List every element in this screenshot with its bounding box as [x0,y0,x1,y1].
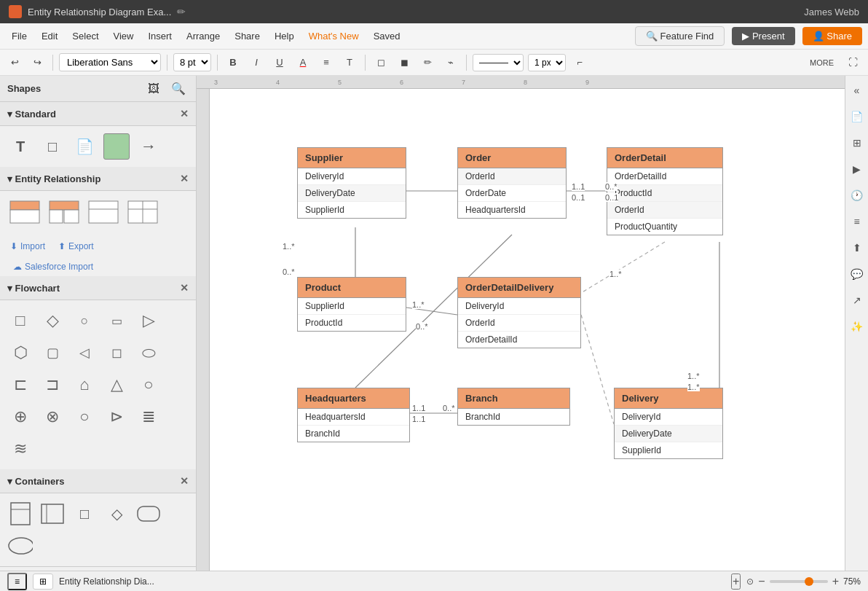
font-size-select[interactable]: 8 pt [173,53,211,71]
flowchart-close-icon[interactable]: ✕ [180,282,189,294]
fc-cross[interactable]: ⊗ [39,404,66,430]
menu-arrange[interactable]: Arrange [181,28,226,44]
search-shapes-button[interactable]: 🔍 [168,80,189,97]
zoom-out-button[interactable]: − [758,575,765,588]
fc-ellipse[interactable]: ⬭ [135,340,162,366]
text-shape[interactable]: T [7,133,33,160]
fill-style-button[interactable]: ◻ [371,53,390,72]
underline-button[interactable]: U [270,53,289,72]
diagram-canvas[interactable]: Supplier DeliveryId DeliveryDate Supplie… [210,89,845,571]
right-time-icon[interactable]: 🕐 [848,187,866,204]
er-shape-4[interactable] [125,198,160,228]
undo-button[interactable]: ↩ [6,54,24,71]
redo-button[interactable]: ↪ [28,54,47,71]
menu-view[interactable]: View [108,28,140,44]
fc-bracket-l[interactable]: ⊏ [7,372,33,398]
more-button[interactable]: MORE [805,55,839,70]
zoom-slider[interactable] [770,580,828,583]
italic-button[interactable]: I [247,53,266,72]
fc-circle[interactable]: ○ [71,308,98,334]
containers-close-icon[interactable]: ✕ [180,475,189,487]
fc-rect[interactable]: □ [7,308,33,334]
fullscreen-button[interactable]: ⛶ [843,53,862,72]
line-px-select[interactable]: 1 px [528,54,566,71]
canvas-area[interactable]: 3 4 5 6 7 8 9 [197,76,845,571]
align-button[interactable]: ≡ [317,53,336,72]
standard-close-icon[interactable]: ✕ [180,108,189,120]
colored-rect-shape[interactable] [103,133,130,160]
fit-icon[interactable]: ⊙ [746,576,754,587]
flowchart-section-header[interactable]: ▾ Flowchart ✕ [0,276,196,300]
fc-rect2[interactable]: ▭ [103,308,130,334]
entity-orderdetaildelivery[interactable]: OrderDetailDelivery DeliveryId OrderId O… [457,277,581,348]
menu-share[interactable]: Share [229,28,266,44]
containers-section-header[interactable]: ▾ Containers ✕ [0,469,196,493]
fc-play[interactable]: ⊳ [103,404,130,430]
grid-view-tab[interactable]: ⊞ [33,574,53,590]
add-diagram-tab-button[interactable]: + [731,574,741,590]
fc-triangle[interactable]: △ [103,372,130,398]
feature-find-btn[interactable]: 🔍 Feature Find [635,26,725,46]
fc-list[interactable]: ≣ [135,404,162,430]
right-present-icon[interactable]: ▶ [848,160,866,178]
fill-color-button[interactable]: ◼ [395,53,414,72]
fc-hex[interactable]: ⬡ [7,340,33,366]
er-shape-3[interactable] [86,198,121,228]
right-magic-icon[interactable]: ✨ [848,318,866,335]
cont-horiz[interactable] [39,501,66,527]
conn-style-button[interactable]: ⌁ [441,53,460,72]
entity-delivery[interactable]: Delivery DeliveryId DeliveryDate Supplie… [614,388,723,459]
zoom-in-button[interactable]: + [832,575,839,588]
waypoint-button[interactable]: ⌐ [570,53,589,72]
fc-oval[interactable]: ○ [71,404,98,430]
right-upload-icon[interactable]: ⬆ [848,239,866,257]
cont-rounded[interactable] [135,501,162,527]
cont-vert[interactable] [7,501,33,527]
right-table-icon[interactable]: ⊞ [848,134,866,152]
import-button[interactable]: ⬇ Import [7,240,48,253]
bold-button[interactable]: B [224,53,242,72]
share-button[interactable]: 👤 Share [802,27,862,45]
menu-whats-new[interactable]: What's New [303,28,365,44]
right-chat-icon[interactable]: 💬 [848,265,866,283]
edit-title-icon[interactable]: ✏ [177,6,186,17]
menu-file[interactable]: File [6,28,33,44]
fc-diamond[interactable]: ◇ [39,308,66,334]
entity-branch[interactable]: Branch BranchId [457,388,570,426]
right-format-icon[interactable]: 📄 [848,108,866,125]
menu-edit[interactable]: Edit [36,28,63,44]
er-shape-2[interactable] [47,198,82,228]
cont-ellipse[interactable] [7,533,33,559]
fc-arrow[interactable]: ▷ [135,308,162,334]
fc-house[interactable]: ⌂ [71,372,98,398]
fc-box[interactable]: ◻ [103,340,130,366]
rect-shape[interactable]: □ [39,133,66,160]
fc-rounded[interactable]: ▢ [39,340,66,366]
font-family-select[interactable]: Liberation Sans [59,53,161,71]
text-style-button[interactable]: T [340,53,359,72]
line-color-button[interactable]: ✏ [418,53,437,72]
fc-circle2[interactable]: ○ [135,372,162,398]
export-button[interactable]: ⬆ Export [55,240,97,253]
right-layers-icon[interactable]: ≡ [848,213,866,230]
fc-plus[interactable]: ⊕ [7,404,33,430]
arrow-shape[interactable]: → [135,133,162,160]
menu-help[interactable]: Help [269,28,300,44]
entity-orderdetail[interactable]: OrderDetail OrderDetailId ProductId Orde… [607,147,723,235]
line-style-select[interactable]: ————— [473,54,524,71]
er-section-header[interactable]: ▾ Entity Relationship ✕ [0,167,196,191]
font-color-button[interactable]: A [293,53,312,72]
fc-trapezoid[interactable]: ◁ [71,340,98,366]
menu-select[interactable]: Select [66,28,104,44]
cont-diamond[interactable]: ◇ [103,501,130,527]
entity-product[interactable]: Product SupplierId ProductId [297,277,406,332]
cont-rect[interactable]: □ [71,501,98,527]
fc-cols[interactable]: ≋ [7,436,33,462]
fc-bracket-r[interactable]: ⊐ [39,372,66,398]
right-share2-icon[interactable]: ↗ [848,291,866,309]
menu-insert[interactable]: Insert [142,28,178,44]
entity-supplier[interactable]: Supplier DeliveryId DeliveryDate Supplie… [297,147,406,219]
er-shape-1[interactable] [7,198,42,228]
er-close-icon[interactable]: ✕ [180,173,189,184]
note-shape[interactable]: 📄 [71,133,98,160]
